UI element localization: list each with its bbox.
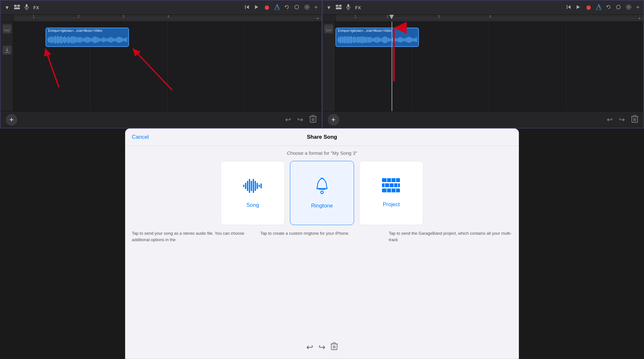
right-undo-icon[interactable]	[606, 4, 611, 11]
left-delete-button[interactable]	[309, 115, 317, 125]
project-description: Tap to send the GarageBand project, whic…	[389, 230, 512, 359]
svg-rect-52	[330, 26, 331, 30]
project-format-label: Project	[383, 201, 400, 208]
right-fx-label[interactable]: FX	[355, 5, 361, 10]
left-add-track-icon[interactable]: +	[314, 4, 318, 11]
cancel-button[interactable]: Cancel	[132, 134, 149, 140]
left-dropdown-icon[interactable]: ▼	[4, 5, 10, 11]
right-undo-button[interactable]: ↩	[607, 116, 613, 124]
right-mic-icon[interactable]	[346, 4, 351, 11]
right-playhead-line	[392, 22, 392, 111]
svg-rect-0	[14, 5, 17, 7]
right-ruler-mark-2: 2	[387, 15, 389, 18]
svg-marker-41	[577, 5, 580, 9]
right-bottom-toolbar: + ↩ ↪	[323, 111, 644, 128]
svg-rect-62	[245, 183, 246, 189]
left-audio-clip[interactable]: Enrique+Iglesias+...icial+Music+Video	[46, 28, 129, 47]
left-add-track-button[interactable]: +	[6, 114, 17, 126]
svg-rect-16	[5, 26, 5, 30]
right-add-marker[interactable]: +	[638, 16, 641, 21]
right-metronome-icon[interactable]	[596, 4, 601, 11]
ruler-mark-2: 2	[78, 15, 80, 18]
right-add-track-button[interactable]: +	[328, 114, 339, 126]
left-add-marker[interactable]: +	[316, 16, 319, 21]
right-track-content: Enrique+Iglesias+...icial+Music+Video	[335, 22, 644, 111]
svg-rect-69	[258, 185, 260, 187]
svg-rect-64	[249, 179, 250, 193]
left-fx-label[interactable]: FX	[33, 5, 39, 10]
left-settings-icon[interactable]	[304, 4, 310, 11]
svg-rect-66	[253, 179, 254, 193]
left-play-icon[interactable]	[254, 4, 259, 11]
svg-rect-81	[394, 183, 394, 187]
left-timeline-ruler: 1 2 3 4 +	[1, 15, 322, 22]
ruler-mark-1: 1	[33, 15, 35, 18]
svg-rect-84	[391, 188, 392, 192]
left-skip-back-icon[interactable]	[244, 4, 250, 11]
left-metronome-icon[interactable]	[275, 4, 280, 11]
ruler-mark-3: 3	[123, 15, 124, 18]
right-waveform	[336, 33, 418, 46]
dialog-title: Share Song	[307, 134, 337, 140]
svg-marker-39	[568, 5, 571, 9]
right-redo-button[interactable]: ↪	[619, 116, 625, 124]
left-multitrack-icon[interactable]	[14, 5, 20, 11]
song-format-label: Song	[246, 202, 259, 208]
svg-rect-35	[336, 7, 342, 9]
format-card-project[interactable]: Project	[359, 161, 423, 225]
left-track-area: Enrique+Iglesias+...icial+Music+Video	[1, 22, 322, 111]
right-track-sidebar	[323, 22, 335, 111]
left-clip-title: Enrique+Iglesias+...icial+Music+Video	[46, 28, 128, 33]
right-add-track-icon[interactable]: +	[636, 4, 640, 11]
svg-marker-11	[285, 6, 286, 7]
svg-marker-8	[255, 5, 258, 9]
svg-point-14	[305, 5, 309, 9]
svg-rect-80	[389, 183, 390, 187]
right-playhead-indicator[interactable]	[389, 15, 394, 22]
left-waveform	[46, 33, 128, 46]
overlap-delete-icon[interactable]	[331, 342, 338, 352]
left-undo-button[interactable]: ↩	[285, 116, 291, 124]
left-garageband-panel: ▼ FX	[0, 0, 322, 128]
svg-rect-17	[6, 26, 7, 30]
right-ruler-mark-1: 1	[355, 15, 357, 18]
right-play-icon[interactable]	[576, 4, 581, 11]
overlap-toolbar-icons: ↩ ↪	[306, 342, 338, 352]
left-download-icon[interactable]	[3, 46, 12, 55]
format-card-ringtone[interactable]: Ringtone	[290, 161, 354, 225]
svg-rect-7	[245, 5, 246, 9]
left-record-icon[interactable]: ⏺	[264, 4, 270, 11]
right-settings-icon[interactable]	[626, 4, 631, 11]
left-undo-icon[interactable]	[284, 4, 289, 11]
right-skip-back-icon[interactable]	[566, 4, 571, 11]
overlap-redo-icon[interactable]: ↪	[318, 342, 326, 352]
right-timeline-ruler: 1 2 3 4 +	[323, 15, 644, 22]
left-loop-icon[interactable]	[294, 4, 300, 11]
svg-rect-78	[395, 178, 396, 182]
svg-point-46	[628, 6, 630, 8]
right-ruler-mark-3: 3	[438, 15, 440, 18]
svg-marker-21	[6, 50, 8, 51]
svg-rect-57	[633, 115, 636, 117]
format-card-song[interactable]: Song	[221, 161, 285, 225]
svg-line-26	[133, 48, 172, 90]
left-mic-icon[interactable]	[24, 4, 29, 11]
left-track-content: Enrique+Iglesias+...icial+Music+Video	[13, 22, 322, 111]
right-clip-title: Enrique+Iglesias+...icial+Music+Video	[336, 28, 418, 33]
right-dropdown-icon[interactable]: ▼	[326, 5, 332, 11]
right-multitrack-icon[interactable]	[336, 5, 342, 11]
svg-point-13	[306, 6, 308, 8]
svg-rect-19	[9, 26, 9, 30]
svg-line-25	[45, 48, 59, 87]
svg-rect-76	[386, 178, 387, 182]
svg-rect-36	[347, 4, 349, 7]
right-ruler-mark-4: 4	[489, 15, 491, 18]
right-record-icon[interactable]: ⏺	[585, 4, 592, 11]
right-audio-clip[interactable]: Enrique+Iglesias+...icial+Music+Video	[335, 28, 419, 47]
svg-rect-34	[339, 5, 342, 7]
right-loop-icon[interactable]	[615, 4, 621, 11]
svg-rect-40	[567, 5, 567, 9]
right-delete-button[interactable]	[631, 115, 638, 125]
left-redo-button[interactable]: ↪	[297, 116, 303, 124]
overlap-undo-icon[interactable]: ↩	[306, 342, 313, 352]
